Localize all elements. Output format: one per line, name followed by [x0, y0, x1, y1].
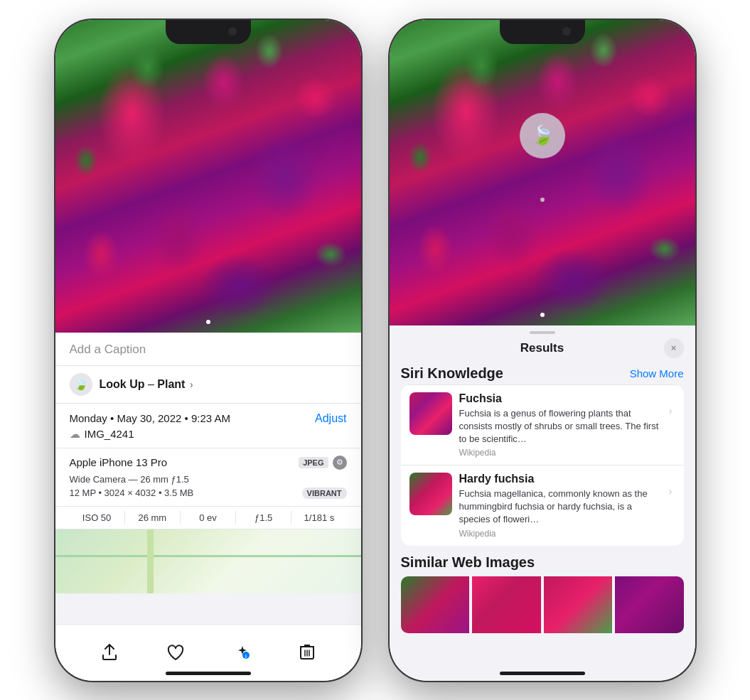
home-indicator	[166, 672, 251, 675]
hardy-thumb-image	[409, 473, 452, 515]
exif-row: ISO 50 26 mm 0 ev ƒ1.5 1/181 s	[55, 507, 361, 529]
jpeg-badge: JPEG	[299, 457, 328, 468]
front-camera	[228, 27, 237, 36]
caption-area[interactable]: Add a Caption	[55, 333, 361, 366]
hardy-title: Hardy fuchsia	[459, 473, 662, 485]
knowledge-card-fuchsia[interactable]: Fuchsia Fuchsia is a genus of flowering …	[401, 384, 684, 465]
device-badges: JPEG ⚙	[299, 456, 346, 470]
trash-icon	[300, 644, 314, 661]
exif-aperture: ƒ1.5	[236, 511, 291, 524]
similar-image-2[interactable]	[472, 576, 541, 633]
info-button[interactable]: i	[235, 645, 250, 660]
similar-image-4[interactable]	[615, 576, 684, 633]
lookup-value: Plant	[157, 378, 185, 390]
exif-shutter: 1/181 s	[291, 511, 346, 524]
fuchsia-content: Fuchsia Fuchsia is a genus of flowering …	[459, 392, 662, 458]
favorite-button[interactable]	[167, 645, 184, 660]
meta-date: Monday • May 30, 2022 • 9:23 AM	[70, 412, 230, 424]
similar-images-row	[401, 576, 684, 633]
delete-button[interactable]	[300, 644, 314, 661]
fuchsia-desc: Fuchsia is a genus of flowering plants t…	[459, 407, 662, 446]
left-screen: Add a Caption 🍃 Look Up – Plant › Monday…	[55, 20, 361, 681]
fuchsia-source: Wikipedia	[459, 448, 662, 458]
hardy-content: Hardy fuchsia Fuchsia magellanica, commo…	[459, 473, 662, 539]
lookup-icon-circle: 🍃	[70, 373, 92, 396]
meta-section: Monday • May 30, 2022 • 9:23 AM Adjust ☁…	[55, 404, 361, 448]
siri-indicator-dot	[540, 198, 545, 202]
device-name: Apple iPhone 13 Pro	[70, 456, 168, 468]
camera-spec: Wide Camera — 26 mm ƒ1.5	[70, 474, 347, 485]
left-phone: Add a Caption 🍃 Look Up – Plant › Monday…	[55, 20, 361, 681]
hardy-source: Wikipedia	[459, 529, 662, 539]
hardy-thumb	[409, 473, 452, 515]
fuchsia-thumb-image	[409, 392, 452, 435]
close-button[interactable]: ×	[664, 338, 684, 358]
lookup-chevron-icon: ›	[190, 379, 193, 390]
settings-icon[interactable]: ⚙	[333, 456, 347, 470]
siri-visual-lookup-circle[interactable]: 🍃	[520, 113, 565, 158]
results-header: Results ×	[390, 334, 695, 362]
right-screen: 🍃 Results × Siri Knowledge Show More	[390, 20, 695, 681]
exif-focal: 26 mm	[125, 511, 181, 524]
caption-placeholder[interactable]: Add a Caption	[70, 343, 146, 356]
share-icon	[102, 644, 117, 661]
fuchsia-title: Fuchsia	[459, 392, 662, 405]
adjust-button[interactable]: Adjust	[315, 412, 346, 425]
lookup-label[interactable]: Look Up – Plant ›	[100, 378, 193, 391]
resolution-text: 12 MP • 3024 × 4032 • 3.5 MB	[70, 488, 194, 498]
gear-symbol: ⚙	[336, 458, 343, 467]
siri-leaf-icon: 🍃	[531, 124, 554, 146]
results-panel: Results × Siri Knowledge Show More Fuchs…	[390, 325, 695, 681]
heart-icon	[167, 645, 184, 660]
show-more-button[interactable]: Show More	[630, 367, 684, 379]
vibrant-badge: VIBRANT	[302, 488, 347, 499]
similar-image-3[interactable]	[544, 576, 613, 633]
siri-knowledge-section: Fuchsia Fuchsia is a genus of flowering …	[401, 384, 684, 546]
similar-image-1[interactable]	[401, 576, 470, 633]
close-icon: ×	[671, 343, 677, 353]
fuchsia-thumb	[409, 392, 452, 435]
similar-title: Similar Web Images	[401, 554, 684, 571]
meta-filename-row: ☁ IMG_4241	[70, 428, 347, 441]
meta-filename: IMG_4241	[85, 428, 134, 440]
device-section: Apple iPhone 13 Pro JPEG ⚙ Wide Camera —…	[55, 448, 361, 507]
right-photo-indicator	[540, 313, 545, 317]
device-row: Apple iPhone 13 Pro JPEG ⚙	[70, 456, 347, 470]
right-phone: 🍃 Results × Siri Knowledge Show More	[390, 20, 695, 681]
exif-ev: 0 ev	[181, 511, 236, 524]
hardy-chevron-icon: ›	[669, 485, 673, 497]
photo-page-indicator	[206, 320, 210, 324]
leaf-icon: 🍃	[74, 377, 88, 391]
info-panel: Add a Caption 🍃 Look Up – Plant › Monday…	[55, 333, 361, 593]
siri-knowledge-title: Siri Knowledge	[401, 365, 503, 382]
fuchsia-chevron-icon: ›	[669, 405, 673, 416]
lookup-row[interactable]: 🍃 Look Up – Plant ›	[55, 366, 361, 404]
lookup-bold: Look Up	[100, 378, 145, 390]
exif-iso: ISO 50	[70, 511, 125, 524]
meta-date-row: Monday • May 30, 2022 • 9:23 AM Adjust	[70, 412, 347, 425]
sparkle-icon: i	[235, 645, 250, 660]
knowledge-card-hardy[interactable]: Hardy fuchsia Fuchsia magellanica, commo…	[401, 465, 684, 546]
map-area[interactable]	[55, 529, 361, 593]
front-camera-right	[562, 27, 571, 36]
siri-knowledge-header: Siri Knowledge Show More	[390, 362, 695, 384]
share-button[interactable]	[102, 644, 117, 661]
home-indicator-right	[500, 672, 585, 675]
svg-text:i: i	[245, 654, 247, 659]
similar-section: Similar Web Images	[390, 554, 695, 642]
resolution-row: 12 MP • 3024 × 4032 • 3.5 MB VIBRANT	[70, 488, 347, 499]
results-title: Results	[520, 341, 564, 355]
hardy-desc: Fuchsia magellanica, commonly known as t…	[459, 488, 662, 527]
cloud-icon: ☁	[70, 428, 80, 441]
right-photo-image: 🍃	[390, 20, 695, 325]
photo-image[interactable]	[55, 20, 361, 333]
